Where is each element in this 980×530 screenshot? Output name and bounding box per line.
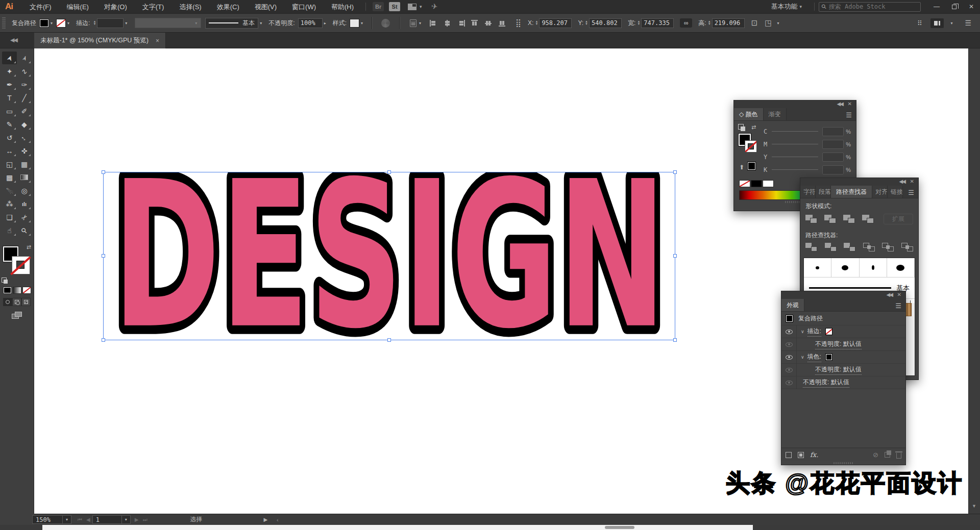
stroke-proxy-swatch[interactable] [12,256,30,274]
stroke-row[interactable]: ∨ 描边: [781,325,905,338]
selection-handle[interactable] [387,170,391,174]
panel-menu-icon[interactable]: ☰ [846,111,852,119]
draw-normal-button[interactable] [3,298,12,306]
panel-header[interactable]: ◀◀ ✕ [781,291,905,299]
chevron-down-icon[interactable]: ▾ [260,21,262,26]
selection-handle[interactable] [387,338,391,342]
shape-builder-tool[interactable]: ◱ [2,158,17,170]
align-middle-button[interactable] [485,20,493,27]
artboard-dropdown-icon[interactable]: ▾ [122,515,131,524]
swap-fill-stroke-icon[interactable]: ⇄ [751,124,756,131]
scroll-right-icon[interactable]: ▶ [263,517,267,522]
shear-icon[interactable]: ◳ [765,18,772,28]
chevron-down-icon[interactable]: ▾ [777,21,779,26]
stroke-weight-stepper[interactable]: ▲▼ [93,20,96,26]
shift-arrow-icon[interactable]: ⬆ [739,164,744,171]
minus-back-button[interactable] [901,243,913,251]
opacity-field[interactable]: 100% [298,18,323,28]
stock-search[interactable]: ⚲ [819,2,921,12]
artboard-tool[interactable]: ❏ [2,211,17,223]
close-tab-icon[interactable]: × [156,37,159,44]
selection-tool[interactable]: ➤ [2,52,17,64]
align-left-button[interactable] [430,20,437,27]
fill-black-swatch[interactable] [825,354,832,361]
stroke-opacity-row[interactable]: 不透明度: 默认值 [781,338,905,351]
stroke-label[interactable]: 描边: [807,327,821,337]
tab-align[interactable]: 对齐 [872,186,888,198]
opacity-link[interactable]: 不透明度: 默认值 [815,365,862,375]
width-field[interactable]: 747.335 [641,18,674,28]
pen-tool[interactable]: ✒ [2,78,17,91]
menu-item-8[interactable]: 帮助(H) [324,0,361,14]
gradient-mode-button[interactable] [13,287,21,294]
outline-button[interactable] [882,243,894,251]
y-field[interactable]: 540.802 [589,18,622,28]
menu-icon[interactable]: ☰ [965,19,971,27]
horizontal-scrollbar[interactable] [42,525,753,530]
white-swatch[interactable] [763,180,774,187]
reference-point-grid[interactable]: ⣿ [516,18,521,28]
close-button[interactable]: ✕ [963,1,980,12]
bridge-button[interactable]: Br [373,2,384,11]
c-value-field[interactable] [822,127,844,136]
width-stepper[interactable]: ▲▼ [637,20,640,26]
rotate-tool[interactable]: ↺ [2,131,17,144]
prev-artboard-icon[interactable]: ◀ [86,517,90,522]
align-bottom-button[interactable] [499,20,506,27]
direct-selection-tool[interactable]: ➢ [17,52,32,64]
visibility-toggle[interactable] [781,338,797,350]
selection-handle[interactable] [102,170,105,174]
collapse-panel-icon[interactable]: ◀◀ [887,292,892,297]
line-segment-tool[interactable]: ╱ [17,91,32,104]
delete-item-icon[interactable] [896,453,901,459]
grid-view-icon[interactable]: ⠿ [917,19,922,27]
stroke-style-dropdown[interactable]: 基本 [205,18,258,29]
add-fill-button[interactable] [798,452,804,458]
lasso-tool[interactable]: ∿ [17,65,32,78]
eraser-tool[interactable]: ◆ [17,118,32,131]
drag-grip[interactable] [2,17,6,29]
height-field[interactable]: 219.096 [712,18,745,28]
intersect-button[interactable] [843,215,855,223]
clear-appearance-icon[interactable]: ⊘ [873,451,878,459]
chevron-down-icon[interactable]: ▾ [125,21,127,26]
collapse-panel-icon[interactable]: ◀◀ [837,101,843,107]
recolor-artwork-icon[interactable] [381,19,390,28]
visibility-toggle[interactable] [781,351,797,363]
appearance-item-row[interactable]: 复合路径 [781,312,905,325]
close-panel-icon[interactable]: ✕ [848,101,852,107]
crop-button[interactable] [863,243,875,251]
menu-item-2[interactable]: 对象(O) [96,0,135,14]
duplicate-item-icon[interactable] [885,452,890,458]
fill-row[interactable]: ∨ 填色: [781,351,905,364]
selection-handle[interactable] [673,338,677,342]
vertical-scrollbar[interactable]: ▼ [968,48,980,514]
selection-handle[interactable] [102,254,105,258]
horizontal-scroll-thumb[interactable] [605,526,634,529]
y-stepper[interactable]: ▲▼ [585,20,588,26]
stroke-weight-field[interactable] [97,18,124,28]
menu-item-7[interactable]: 窗口(W) [284,0,324,14]
restore-button[interactable] [945,1,963,12]
zoom-level-field[interactable]: 150% [32,515,63,524]
style-swatch[interactable] [350,19,359,28]
chevron-down-icon[interactable]: ∨ [801,355,804,360]
chevron-down-icon[interactable]: ▾ [67,21,69,26]
mesh-tool[interactable]: ▩ [2,171,17,184]
workspace-switcher[interactable]: 基本功能 ▾ [771,2,804,11]
selection-handle[interactable] [102,338,105,342]
m-value-field[interactable] [822,140,844,149]
panel-header[interactable]: ◀◀ ✕ [800,178,918,186]
divide-button[interactable] [805,243,817,251]
fill-label[interactable]: 填色: [807,352,821,362]
tab-appearance[interactable]: 外观 [781,299,804,311]
y-slider[interactable] [772,157,818,157]
chevron-down-icon[interactable]: ▾ [361,21,363,26]
zoom-tool[interactable]: ⚲ [17,224,32,237]
symbol-sprayer-tool[interactable]: ⁂ [2,197,17,210]
selection-handle[interactable] [673,170,677,174]
opacity-link[interactable]: 不透明度: 默认值 [815,340,862,349]
close-panel-icon[interactable]: ✕ [910,179,914,184]
chevron-down-icon[interactable]: ▾ [420,4,422,9]
x-stepper[interactable]: ▲▼ [535,20,538,26]
